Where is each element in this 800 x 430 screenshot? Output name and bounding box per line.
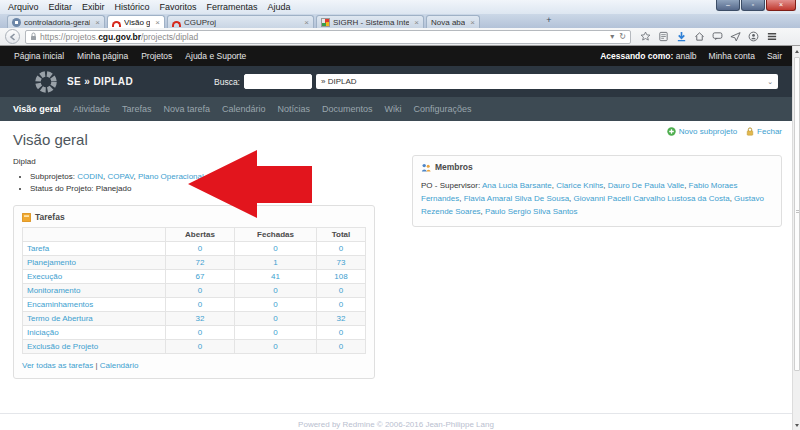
member-link[interactable]: Paulo Sergio Silva Santos	[485, 207, 578, 216]
total-count-link[interactable]: 0	[339, 342, 343, 351]
member-link[interactable]: Giovanni Pacelli Carvalho Lustosa da Cos…	[574, 194, 730, 203]
open-count-link[interactable]: 0	[198, 244, 202, 253]
open-count-link[interactable]: 72	[196, 258, 205, 267]
top-menu-link[interactable]: Página inicial	[14, 51, 64, 61]
search-input[interactable]	[244, 74, 312, 89]
tracker-link[interactable]: Exclusão de Projeto	[27, 342, 98, 351]
member-link[interactable]: Clarice Knihs	[556, 181, 603, 190]
top-menu-link[interactable]: Minha página	[77, 51, 128, 61]
closed-count-link[interactable]: 0	[273, 314, 277, 323]
closed-count-link[interactable]: 0	[273, 286, 277, 295]
view-all-tasks-link[interactable]: Ver todas as tarefas	[22, 361, 100, 370]
maximize-button[interactable]: ▫	[741, 0, 765, 11]
closed-count-link[interactable]: 1	[273, 258, 277, 267]
member-link[interactable]: Ana Lucia Barsante	[482, 181, 552, 190]
url-bar[interactable]: https://projetos.cgu.gov.br/projects/dip…	[25, 30, 631, 44]
project-menu-tab[interactable]: Wiki	[379, 104, 408, 114]
browser-tab[interactable]: Visão geral - DIPLAD - CGU... ×	[107, 15, 165, 28]
closed-count-link[interactable]: 0	[273, 300, 277, 309]
url-dropdown-icon[interactable]: ▾	[610, 32, 614, 41]
scrollbar-down-arrow[interactable]	[793, 420, 800, 430]
logged-user-link[interactable]: analb	[676, 51, 697, 61]
profile-icon[interactable]	[748, 31, 759, 42]
closed-count-link[interactable]: 0	[273, 328, 277, 337]
vertical-scrollbar[interactable]	[792, 46, 800, 430]
closed-count-link[interactable]: 0	[273, 244, 277, 253]
project-menu-tab[interactable]: Visão geral	[7, 104, 67, 114]
subproject-link[interactable]: CODIN	[77, 172, 103, 181]
menubar-item[interactable]: Ferramentas	[202, 1, 263, 14]
menubar-item[interactable]: Exibir	[77, 1, 110, 14]
menubar-item[interactable]: Histórico	[110, 1, 155, 14]
hamburger-menu-icon[interactable]	[766, 31, 778, 42]
tracker-link[interactable]: Monitoramento	[27, 286, 80, 295]
new-subproject-link[interactable]: Novo subprojeto	[667, 127, 737, 136]
browser-tab[interactable]: SIGRH - Sistema Integrado ... ×	[316, 15, 424, 28]
open-count-link[interactable]: 0	[198, 342, 202, 351]
tracker-link[interactable]: Termo de Abertura	[27, 314, 93, 323]
project-menu-tab[interactable]: Atividade	[67, 104, 116, 114]
total-count-link[interactable]: 0	[339, 300, 343, 309]
bookmarks-panel-icon[interactable]	[658, 31, 669, 42]
tracker-link[interactable]: Iniciação	[27, 328, 59, 337]
tracker-link[interactable]: Tarefa	[27, 244, 49, 253]
scrollbar-up-arrow[interactable]	[793, 46, 800, 56]
menubar-item[interactable]: Editar	[44, 1, 78, 14]
open-count-link[interactable]: 67	[196, 272, 205, 281]
home-icon[interactable]	[694, 31, 705, 42]
new-tab-button[interactable]: +	[541, 15, 557, 26]
bookmark-star-icon[interactable]	[640, 31, 651, 42]
tracker-link[interactable]: Execução	[27, 272, 62, 281]
send-icon[interactable]	[730, 31, 741, 42]
project-jump-select[interactable]: » DIPLAD ⌄	[316, 74, 778, 89]
tracker-link[interactable]: Planejamento	[27, 258, 76, 267]
project-menu-tab[interactable]: Tarefas	[116, 104, 158, 114]
top-menu-link[interactable]: Ajuda e Suporte	[185, 51, 246, 61]
project-menu-tab[interactable]: Documentos	[316, 104, 379, 114]
open-count-link[interactable]: 32	[196, 314, 205, 323]
total-count-link[interactable]: 0	[339, 328, 343, 337]
open-count-link[interactable]: 0	[198, 286, 202, 295]
close-project-link[interactable]: Fechar	[746, 127, 782, 136]
reload-icon[interactable]: ↻	[619, 32, 626, 41]
tab-close-icon[interactable]: ×	[93, 18, 100, 27]
sign-out-link[interactable]: Sair	[767, 51, 782, 61]
minimize-button[interactable]: –	[716, 0, 740, 11]
subproject-link[interactable]: Plano Operacional	[138, 172, 204, 181]
open-count-link[interactable]: 0	[198, 300, 202, 309]
my-account-link[interactable]: Minha conta	[709, 51, 755, 61]
project-menu-tab[interactable]: Notícias	[271, 104, 316, 114]
menubar-item[interactable]: Arquivo	[3, 1, 44, 14]
total-count-link[interactable]: 32	[337, 314, 346, 323]
scrollbar-thumb[interactable]	[794, 57, 800, 371]
tab-close-icon[interactable]: ×	[302, 18, 309, 27]
top-menu-link[interactable]: Projetos	[141, 51, 172, 61]
menubar-item[interactable]: Ajuda	[263, 1, 296, 14]
total-count-link[interactable]: 73	[337, 258, 346, 267]
menubar-item[interactable]: Favoritos	[155, 1, 202, 14]
total-count-link[interactable]: 108	[334, 272, 347, 281]
tab-close-icon[interactable]: ×	[468, 18, 475, 27]
member-link[interactable]: Flavia Amaral Silva De Sousa	[464, 194, 569, 203]
browser-tab[interactable]: Nova aba ×	[426, 15, 480, 28]
subproject-link[interactable]: COPAV	[107, 172, 133, 181]
calendar-link[interactable]: Calendário	[100, 361, 139, 370]
project-menu-tab[interactable]: Calendário	[216, 104, 272, 114]
member-link[interactable]: Dauro De Paula Valle	[608, 181, 684, 190]
closed-count-link[interactable]: 41	[271, 272, 280, 281]
back-button[interactable]	[5, 29, 20, 44]
closed-count-link[interactable]: 0	[273, 342, 277, 351]
browser-tab[interactable]: CGUProj ×	[167, 15, 314, 28]
tab-close-icon[interactable]: ×	[412, 18, 419, 27]
open-count-link[interactable]: 0	[198, 328, 202, 337]
close-window-button[interactable]: ×	[766, 0, 796, 11]
total-count-link[interactable]: 0	[339, 244, 343, 253]
tracker-link[interactable]: Encaminhamentos	[27, 300, 93, 309]
browser-tab[interactable]: controladoria-geral-da-uni... ×	[7, 15, 105, 28]
total-count-link[interactable]: 0	[339, 286, 343, 295]
download-icon[interactable]	[676, 31, 687, 42]
project-menu-tab[interactable]: Configurações	[408, 104, 478, 114]
chat-icon[interactable]	[712, 31, 723, 42]
tab-close-icon[interactable]: ×	[153, 18, 160, 27]
project-menu-tab[interactable]: Nova tarefa	[157, 104, 216, 114]
